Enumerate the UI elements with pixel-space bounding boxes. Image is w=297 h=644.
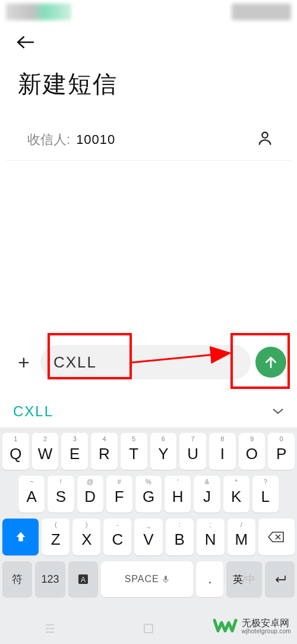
status-left-blur	[6, 4, 71, 20]
svg-rect-6	[144, 624, 153, 633]
input-mode-key[interactable]: A	[68, 561, 98, 597]
backspace-key[interactable]	[258, 519, 295, 555]
recipient-input[interactable]: 10010	[76, 132, 257, 147]
key-u[interactable]: 7U	[179, 433, 206, 470]
attach-button[interactable]: +	[10, 348, 38, 376]
key-c[interactable]: -C	[103, 519, 131, 555]
key-i[interactable]: 8I	[209, 433, 236, 470]
key-j[interactable]: &J	[194, 476, 220, 513]
recipient-label: 收信人:	[27, 131, 70, 149]
keyboard-letter-icon: A	[77, 573, 89, 585]
key-e[interactable]: 3E	[61, 433, 88, 470]
key-n[interactable]: ;N	[197, 519, 225, 555]
person-icon	[257, 130, 273, 147]
shift-icon	[14, 530, 27, 544]
key-a[interactable]: ~A	[18, 476, 45, 513]
enter-icon	[273, 574, 286, 584]
nav-recent-icon[interactable]	[44, 623, 56, 634]
arrow-up-icon	[263, 354, 279, 370]
watermark-logo-icon	[213, 617, 238, 636]
watermark: 无极安卓网 wjhotelgroup.com	[213, 617, 291, 636]
chevron-down-icon	[272, 407, 284, 414]
key-row-1: 1Q2W3E4R5T6Y7U8I9O0P	[0, 428, 297, 471]
back-arrow-icon	[17, 36, 34, 49]
language-switch-key[interactable]: 英/中	[226, 561, 261, 597]
key-r[interactable]: 4R	[91, 433, 118, 470]
compose-bar: + CXLL	[0, 345, 297, 379]
status-bar	[0, 0, 297, 24]
status-right-blur	[232, 4, 291, 20]
nav-home-icon[interactable]	[143, 623, 154, 634]
key-o[interactable]: 9O	[239, 433, 266, 470]
key-w[interactable]: 2W	[32, 433, 59, 470]
key-q[interactable]: 1Q	[2, 433, 29, 470]
space-key[interactable]: SPACE	[101, 561, 194, 597]
recipient-row: 收信人: 10010	[6, 124, 291, 161]
message-text: CXLL	[53, 353, 97, 372]
key-d[interactable]: @D	[77, 476, 103, 513]
watermark-url: wjhotelgroup.com	[242, 628, 291, 634]
key-f[interactable]: #F	[106, 476, 132, 513]
svg-rect-5	[165, 576, 167, 580]
add-contact-button[interactable]	[257, 130, 273, 149]
key-row-2: ~A!S@D#F%G'H&J*K?L	[0, 471, 297, 514]
keyboard: CXLL 1Q2W3E4R5T6Y7U8I9O0P ~A!S@D#F%G'H&J…	[0, 395, 297, 644]
symbols-key[interactable]: 符	[2, 561, 32, 597]
svg-text:A: A	[81, 576, 86, 584]
send-button[interactable]	[255, 347, 286, 378]
key-m[interactable]: /M	[228, 519, 255, 555]
back-button[interactable]	[12, 30, 285, 63]
key-x[interactable]: )X	[72, 519, 100, 555]
numbers-key[interactable]: 123	[35, 561, 65, 597]
message-input[interactable]: CXLL	[40, 345, 251, 379]
period-key[interactable]: .	[196, 561, 223, 597]
key-b[interactable]: :B	[166, 519, 194, 555]
key-row-3: (Z)X-C_V:B;N/M	[0, 514, 297, 557]
suggestion-text[interactable]: CXLL	[13, 403, 53, 420]
page-title: 新建短信	[12, 63, 285, 124]
key-k[interactable]: *K	[223, 476, 249, 513]
key-t[interactable]: 5T	[121, 433, 147, 470]
key-h[interactable]: 'H	[165, 476, 191, 513]
backspace-icon	[268, 531, 285, 543]
key-z[interactable]: (Z	[42, 519, 69, 555]
key-g[interactable]: %G	[135, 476, 162, 513]
key-p[interactable]: 0P	[268, 433, 295, 470]
collapse-keyboard-button[interactable]	[272, 406, 284, 417]
key-y[interactable]: 6Y	[150, 433, 177, 470]
suggestion-bar: CXLL	[0, 395, 297, 428]
mic-icon	[162, 575, 170, 583]
key-s[interactable]: !S	[48, 476, 74, 513]
svg-point-0	[262, 133, 267, 138]
enter-key[interactable]	[265, 561, 295, 597]
key-row-4: 符 123 A SPACE . 英/中	[0, 557, 297, 602]
key-v[interactable]: _V	[134, 519, 162, 555]
app-header: 新建短信	[0, 24, 297, 124]
watermark-title: 无极安卓网	[242, 618, 291, 629]
shift-key[interactable]	[2, 519, 39, 555]
key-l[interactable]: ?L	[252, 476, 279, 513]
